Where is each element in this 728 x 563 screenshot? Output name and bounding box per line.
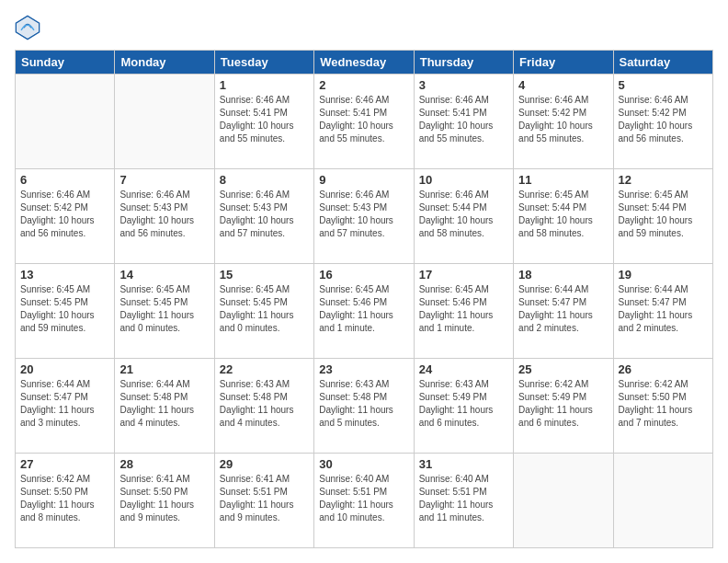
day-info: Sunrise: 6:46 AM Sunset: 5:41 PM Dayligh… bbox=[419, 94, 508, 145]
calendar-cell: 12Sunrise: 6:45 AM Sunset: 5:44 PM Dayli… bbox=[613, 169, 712, 264]
calendar-cell: 4Sunrise: 6:46 AM Sunset: 5:42 PM Daylig… bbox=[514, 75, 613, 169]
day-number: 8 bbox=[220, 173, 309, 187]
day-number: 12 bbox=[619, 173, 708, 187]
week-row-2: 6Sunrise: 6:46 AM Sunset: 5:42 PM Daylig… bbox=[16, 169, 713, 264]
day-info: Sunrise: 6:44 AM Sunset: 5:47 PM Dayligh… bbox=[619, 283, 708, 335]
day-number: 3 bbox=[419, 78, 508, 92]
day-info: Sunrise: 6:40 AM Sunset: 5:51 PM Dayligh… bbox=[319, 473, 408, 524]
day-info: Sunrise: 6:45 AM Sunset: 5:45 PM Dayligh… bbox=[20, 283, 109, 335]
day-info: Sunrise: 6:40 AM Sunset: 5:51 PM Dayligh… bbox=[419, 473, 508, 524]
day-info: Sunrise: 6:46 AM Sunset: 5:43 PM Dayligh… bbox=[220, 189, 309, 240]
weekday-wednesday: Wednesday bbox=[314, 51, 414, 75]
calendar-cell: 30Sunrise: 6:40 AM Sunset: 5:51 PM Dayli… bbox=[314, 454, 414, 548]
day-number: 5 bbox=[619, 78, 708, 92]
calendar-cell: 29Sunrise: 6:41 AM Sunset: 5:51 PM Dayli… bbox=[214, 454, 313, 548]
day-info: Sunrise: 6:42 AM Sunset: 5:49 PM Dayligh… bbox=[518, 378, 608, 430]
day-number: 20 bbox=[20, 362, 109, 376]
calendar-cell: 26Sunrise: 6:42 AM Sunset: 5:50 PM Dayli… bbox=[613, 359, 712, 454]
calendar-cell: 28Sunrise: 6:41 AM Sunset: 5:50 PM Dayli… bbox=[115, 454, 214, 548]
calendar-cell: 15Sunrise: 6:45 AM Sunset: 5:45 PM Dayli… bbox=[214, 264, 313, 359]
weekday-thursday: Thursday bbox=[414, 51, 513, 75]
day-number: 19 bbox=[619, 268, 708, 282]
calendar-cell: 13Sunrise: 6:45 AM Sunset: 5:45 PM Dayli… bbox=[16, 264, 115, 359]
logo bbox=[15, 15, 42, 40]
day-info: Sunrise: 6:44 AM Sunset: 5:48 PM Dayligh… bbox=[119, 378, 209, 430]
calendar-cell: 10Sunrise: 6:46 AM Sunset: 5:44 PM Dayli… bbox=[414, 169, 513, 264]
calendar-cell: 6Sunrise: 6:46 AM Sunset: 5:42 PM Daylig… bbox=[16, 169, 115, 264]
weekday-tuesday: Tuesday bbox=[214, 51, 313, 75]
day-info: Sunrise: 6:45 AM Sunset: 5:44 PM Dayligh… bbox=[619, 189, 708, 240]
week-row-4: 20Sunrise: 6:44 AM Sunset: 5:47 PM Dayli… bbox=[16, 359, 713, 454]
calendar-cell bbox=[613, 454, 712, 548]
day-number: 23 bbox=[319, 362, 408, 376]
week-row-3: 13Sunrise: 6:45 AM Sunset: 5:45 PM Dayli… bbox=[16, 264, 713, 359]
calendar-cell: 25Sunrise: 6:42 AM Sunset: 5:49 PM Dayli… bbox=[514, 359, 613, 454]
calendar-cell: 9Sunrise: 6:46 AM Sunset: 5:43 PM Daylig… bbox=[314, 169, 414, 264]
day-info: Sunrise: 6:44 AM Sunset: 5:47 PM Dayligh… bbox=[518, 283, 608, 335]
calendar-cell: 18Sunrise: 6:44 AM Sunset: 5:47 PM Dayli… bbox=[514, 264, 613, 359]
day-info: Sunrise: 6:46 AM Sunset: 5:41 PM Dayligh… bbox=[220, 94, 309, 145]
calendar-cell: 14Sunrise: 6:45 AM Sunset: 5:45 PM Dayli… bbox=[115, 264, 214, 359]
day-number: 15 bbox=[220, 268, 309, 282]
day-info: Sunrise: 6:46 AM Sunset: 5:42 PM Dayligh… bbox=[619, 94, 708, 145]
calendar-cell: 24Sunrise: 6:43 AM Sunset: 5:49 PM Dayli… bbox=[414, 359, 513, 454]
day-info: Sunrise: 6:45 AM Sunset: 5:46 PM Dayligh… bbox=[319, 283, 408, 335]
weekday-monday: Monday bbox=[115, 51, 214, 75]
calendar-cell bbox=[115, 75, 214, 169]
day-info: Sunrise: 6:44 AM Sunset: 5:47 PM Dayligh… bbox=[20, 378, 109, 430]
calendar-cell: 27Sunrise: 6:42 AM Sunset: 5:50 PM Dayli… bbox=[16, 454, 115, 548]
day-number: 7 bbox=[119, 173, 209, 187]
day-number: 11 bbox=[518, 173, 608, 187]
day-number: 18 bbox=[518, 268, 608, 282]
calendar-cell: 2Sunrise: 6:46 AM Sunset: 5:41 PM Daylig… bbox=[314, 75, 414, 169]
day-number: 6 bbox=[20, 173, 109, 187]
calendar-cell: 1Sunrise: 6:46 AM Sunset: 5:41 PM Daylig… bbox=[214, 75, 313, 169]
day-number: 10 bbox=[419, 173, 508, 187]
week-row-5: 27Sunrise: 6:42 AM Sunset: 5:50 PM Dayli… bbox=[16, 454, 713, 548]
day-number: 22 bbox=[220, 362, 309, 376]
calendar-table: SundayMondayTuesdayWednesdayThursdayFrid… bbox=[15, 50, 713, 548]
day-info: Sunrise: 6:43 AM Sunset: 5:48 PM Dayligh… bbox=[220, 378, 309, 430]
day-number: 26 bbox=[619, 362, 708, 376]
day-info: Sunrise: 6:43 AM Sunset: 5:48 PM Dayligh… bbox=[319, 378, 408, 430]
day-info: Sunrise: 6:45 AM Sunset: 5:45 PM Dayligh… bbox=[220, 283, 309, 335]
weekday-friday: Friday bbox=[514, 51, 613, 75]
calendar-cell: 5Sunrise: 6:46 AM Sunset: 5:42 PM Daylig… bbox=[613, 75, 712, 169]
week-row-1: 1Sunrise: 6:46 AM Sunset: 5:41 PM Daylig… bbox=[16, 75, 713, 169]
calendar-cell: 11Sunrise: 6:45 AM Sunset: 5:44 PM Dayli… bbox=[514, 169, 613, 264]
day-info: Sunrise: 6:46 AM Sunset: 5:41 PM Dayligh… bbox=[319, 94, 408, 145]
day-info: Sunrise: 6:42 AM Sunset: 5:50 PM Dayligh… bbox=[619, 378, 708, 430]
day-info: Sunrise: 6:46 AM Sunset: 5:43 PM Dayligh… bbox=[119, 189, 209, 240]
day-info: Sunrise: 6:41 AM Sunset: 5:50 PM Dayligh… bbox=[119, 473, 209, 524]
day-number: 29 bbox=[220, 457, 309, 471]
calendar-cell: 17Sunrise: 6:45 AM Sunset: 5:46 PM Dayli… bbox=[414, 264, 513, 359]
day-info: Sunrise: 6:46 AM Sunset: 5:42 PM Dayligh… bbox=[20, 189, 109, 240]
calendar-cell: 7Sunrise: 6:46 AM Sunset: 5:43 PM Daylig… bbox=[115, 169, 214, 264]
calendar-cell: 19Sunrise: 6:44 AM Sunset: 5:47 PM Dayli… bbox=[613, 264, 712, 359]
logo-icon bbox=[15, 15, 40, 40]
weekday-sunday: Sunday bbox=[16, 51, 115, 75]
day-number: 17 bbox=[419, 268, 508, 282]
calendar-cell: 8Sunrise: 6:46 AM Sunset: 5:43 PM Daylig… bbox=[214, 169, 313, 264]
day-number: 9 bbox=[319, 173, 408, 187]
day-number: 24 bbox=[419, 362, 508, 376]
calendar-cell bbox=[514, 454, 613, 548]
day-number: 21 bbox=[119, 362, 209, 376]
calendar-cell: 23Sunrise: 6:43 AM Sunset: 5:48 PM Dayli… bbox=[314, 359, 414, 454]
calendar-cell bbox=[16, 75, 115, 169]
day-info: Sunrise: 6:46 AM Sunset: 5:44 PM Dayligh… bbox=[419, 189, 508, 240]
day-info: Sunrise: 6:46 AM Sunset: 5:43 PM Dayligh… bbox=[319, 189, 408, 240]
day-info: Sunrise: 6:45 AM Sunset: 5:44 PM Dayligh… bbox=[518, 189, 608, 240]
day-info: Sunrise: 6:45 AM Sunset: 5:45 PM Dayligh… bbox=[119, 283, 209, 335]
day-number: 16 bbox=[319, 268, 408, 282]
weekday-saturday: Saturday bbox=[613, 51, 712, 75]
day-info: Sunrise: 6:41 AM Sunset: 5:51 PM Dayligh… bbox=[220, 473, 309, 524]
day-number: 28 bbox=[119, 457, 209, 471]
day-number: 30 bbox=[319, 457, 408, 471]
calendar-cell: 31Sunrise: 6:40 AM Sunset: 5:51 PM Dayli… bbox=[414, 454, 513, 548]
weekday-header-row: SundayMondayTuesdayWednesdayThursdayFrid… bbox=[16, 51, 713, 75]
calendar-cell: 16Sunrise: 6:45 AM Sunset: 5:46 PM Dayli… bbox=[314, 264, 414, 359]
day-info: Sunrise: 6:45 AM Sunset: 5:46 PM Dayligh… bbox=[419, 283, 508, 335]
calendar-cell: 22Sunrise: 6:43 AM Sunset: 5:48 PM Dayli… bbox=[214, 359, 313, 454]
calendar-cell: 21Sunrise: 6:44 AM Sunset: 5:48 PM Dayli… bbox=[115, 359, 214, 454]
